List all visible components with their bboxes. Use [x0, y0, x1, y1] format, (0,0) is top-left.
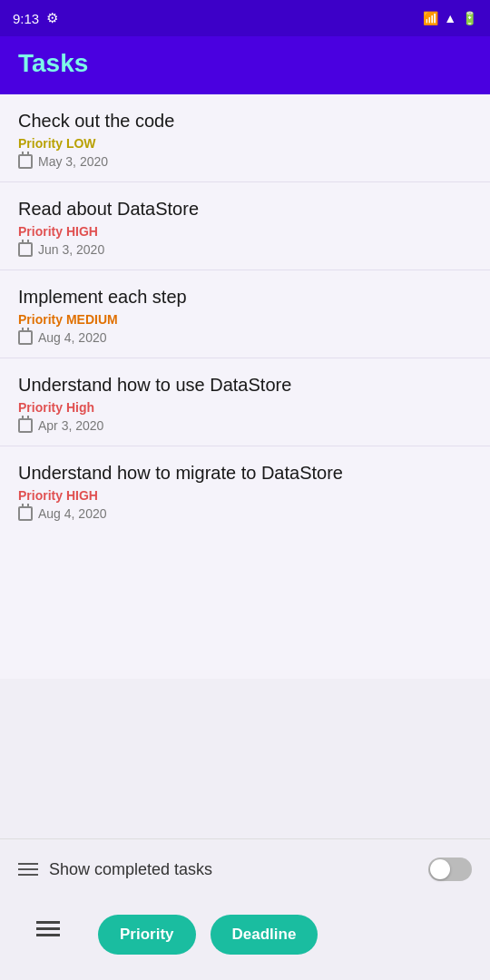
task-date-text: Aug 4, 2020 [38, 506, 107, 521]
task-list: Check out the codePriority LOWMay 3, 202… [0, 94, 490, 679]
task-title: Implement each step [18, 285, 472, 309]
status-bar-right: 📶 ▲ 🔋 [423, 11, 477, 25]
task-priority: Priority HIGH [18, 224, 472, 239]
task-title: Understand how to migrate to DataStore [18, 461, 472, 485]
page-title: Tasks [18, 49, 88, 77]
show-completed-row: Show completed tasks [0, 838, 490, 899]
task-date-text: Apr 3, 2020 [38, 418, 103, 433]
status-bar: 9:13 ⚙ 📶 ▲ 🔋 [0, 0, 490, 36]
task-item[interactable]: Implement each stepPriority MEDIUMAug 4,… [0, 270, 490, 358]
calendar-icon [18, 154, 33, 169]
signal-icon: 📶 [423, 11, 438, 25]
toggle-knob [430, 859, 450, 879]
task-title: Read about DataStore [18, 197, 472, 220]
task-date: May 3, 2020 [18, 154, 472, 169]
calendar-icon [18, 242, 33, 257]
task-date: Aug 4, 2020 [18, 330, 472, 345]
time-display: 9:13 [13, 11, 39, 26]
task-item[interactable]: Read about DataStorePriority HIGHJun 3, … [0, 182, 490, 270]
status-bar-left: 9:13 ⚙ [13, 10, 58, 26]
task-title: Understand how to use DataStore [18, 373, 472, 397]
calendar-icon [18, 506, 33, 521]
calendar-icon [18, 330, 33, 345]
task-date: Apr 3, 2020 [18, 418, 472, 433]
task-priority: Priority LOW [18, 136, 472, 151]
show-completed-label: Show completed tasks [49, 860, 417, 879]
battery-icon: 🔋 [462, 11, 477, 25]
bottom-section: Show completed tasks Priority Deadline [0, 838, 490, 980]
task-date-text: Aug 4, 2020 [38, 330, 107, 345]
gear-icon: ⚙ [46, 10, 58, 26]
task-priority: Priority HIGH [18, 488, 472, 503]
filter-icon[interactable] [18, 863, 38, 876]
task-date: Jun 3, 2020 [18, 242, 472, 257]
task-priority: Priority High [18, 400, 472, 415]
task-item[interactable]: Understand how to use DataStorePriority … [0, 358, 490, 446]
app-header: Tasks [0, 36, 490, 94]
task-item[interactable]: Understand how to migrate to DataStorePr… [0, 446, 490, 534]
task-date: Aug 4, 2020 [18, 506, 472, 521]
task-priority: Priority MEDIUM [18, 312, 472, 327]
priority-button[interactable]: Priority [98, 915, 196, 955]
calendar-icon [18, 418, 33, 433]
wifi-icon: ▲ [444, 11, 456, 25]
bottom-bar: Priority Deadline [0, 899, 490, 980]
menu-icon[interactable] [18, 910, 78, 958]
deadline-button[interactable]: Deadline [211, 915, 318, 955]
task-date-text: Jun 3, 2020 [38, 242, 104, 257]
task-date-text: May 3, 2020 [38, 154, 108, 169]
show-completed-toggle[interactable] [428, 858, 472, 881]
task-title: Check out the code [18, 109, 472, 132]
task-item[interactable]: Check out the codePriority LOWMay 3, 202… [0, 94, 490, 182]
